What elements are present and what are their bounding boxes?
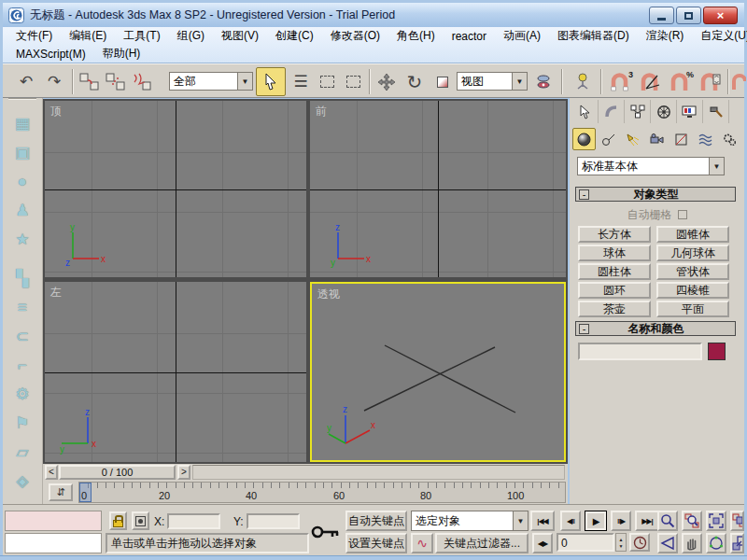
chevron-down-icon[interactable]: ▼ bbox=[513, 511, 528, 530]
object-type-button-1[interactable]: 圆锥体 bbox=[656, 226, 729, 243]
elbow-icon[interactable]: ⌐ bbox=[18, 357, 27, 374]
mini-curve-editor-button[interactable]: ⇵ bbox=[49, 483, 73, 501]
chevron-down-icon[interactable]: ▼ bbox=[709, 158, 724, 175]
window-crossing-toggle[interactable] bbox=[341, 70, 365, 93]
menu-item-7[interactable]: 角色(H) bbox=[388, 28, 444, 44]
spinner-top-icon[interactable]: ♟ bbox=[15, 203, 29, 219]
clipped-toolbar-icon[interactable] bbox=[731, 70, 746, 93]
tab-utilities[interactable] bbox=[703, 100, 729, 123]
object-type-button-5[interactable]: 管状体 bbox=[656, 263, 729, 280]
object-color-swatch[interactable] bbox=[708, 343, 726, 360]
object-category-dropdown[interactable]: 标准基本体 ▼ bbox=[577, 157, 725, 175]
play-button[interactable]: ▶ bbox=[585, 511, 607, 531]
select-and-link-icon[interactable] bbox=[78, 70, 102, 93]
tab-create[interactable] bbox=[572, 100, 599, 123]
rollout-object-type[interactable]: - 对象类型 bbox=[575, 187, 736, 202]
percent-snap-toggle-button[interactable]: % bbox=[666, 70, 694, 93]
category-helpers[interactable] bbox=[669, 128, 693, 150]
menu-item-3[interactable]: 组(G) bbox=[169, 28, 213, 44]
maxscript-mini-listener[interactable] bbox=[5, 533, 102, 553]
min-max-toggle-button[interactable] bbox=[730, 533, 744, 553]
object-type-button-3[interactable]: 几何球体 bbox=[656, 245, 729, 261]
object-type-button-0[interactable]: 长方体 bbox=[578, 226, 651, 243]
category-lights[interactable] bbox=[621, 128, 644, 150]
zoom-extents-button[interactable] bbox=[706, 511, 726, 531]
menu-item-r2-0[interactable]: MAXScript(M) bbox=[7, 48, 94, 61]
tab-display[interactable] bbox=[677, 100, 703, 123]
tab-motion[interactable] bbox=[651, 100, 677, 123]
menu-item-r2-1[interactable]: 帮助(H) bbox=[94, 46, 149, 62]
autogrid-checkbox[interactable] bbox=[678, 210, 687, 219]
category-geometry[interactable] bbox=[572, 128, 596, 150]
break-icon[interactable]: ◈ bbox=[16, 473, 28, 490]
bind-to-spacewarp-icon[interactable] bbox=[130, 70, 154, 93]
menu-item-6[interactable]: 修改器(O) bbox=[322, 28, 388, 44]
car-icon[interactable]: ▱ bbox=[16, 444, 28, 461]
tab-hierarchy[interactable] bbox=[625, 100, 651, 123]
time-slider[interactable]: 0 / 100 bbox=[59, 465, 176, 480]
time-slider-track[interactable] bbox=[192, 465, 565, 480]
shirt-icon[interactable]: ▣ bbox=[15, 145, 30, 161]
rectangular-selection-region-button[interactable] bbox=[315, 70, 339, 93]
viewport-left[interactable]: 左 z y x bbox=[45, 282, 306, 462]
menu-item-9[interactable]: 动画(A) bbox=[495, 28, 549, 44]
select-and-move-button[interactable] bbox=[374, 70, 399, 93]
category-systems[interactable] bbox=[718, 128, 741, 150]
track-bar-ruler[interactable]: 020406080100 bbox=[78, 482, 566, 503]
key-curve-icon-button[interactable]: ∿ bbox=[411, 533, 433, 553]
object-type-button-9[interactable]: 平面 bbox=[656, 301, 729, 317]
use-center-flyout-button[interactable] bbox=[531, 70, 556, 93]
chevron-down-icon[interactable]: ▼ bbox=[237, 73, 252, 90]
category-shapes[interactable] bbox=[597, 128, 620, 150]
object-type-button-2[interactable]: 球体 bbox=[578, 245, 651, 261]
key-filters-button[interactable]: 关键点过滤器... bbox=[435, 533, 529, 553]
auto-key-button[interactable]: 自动关键点 bbox=[345, 511, 407, 531]
snap-toggle-button[interactable]: 3 bbox=[606, 70, 634, 93]
title-bar[interactable]: 无标题 - Autodesk 3ds Max 8 SP2 - Unregiste… bbox=[3, 3, 744, 27]
go-to-end-button[interactable]: ▶▶| bbox=[635, 511, 659, 531]
spring-icon[interactable]: ≡ bbox=[18, 300, 27, 316]
select-object-button[interactable] bbox=[256, 67, 286, 96]
selection-set-dropdown[interactable]: 选定对象 ▼ bbox=[411, 511, 529, 531]
current-frame-input[interactable]: 0 bbox=[557, 533, 614, 552]
selection-lock-toggle[interactable] bbox=[109, 511, 127, 530]
zoom-all-button[interactable] bbox=[682, 511, 702, 531]
y-coordinate-input[interactable] bbox=[247, 513, 300, 529]
viewport-front[interactable]: 前 z x y bbox=[310, 101, 566, 277]
arc-rotate-button[interactable] bbox=[706, 533, 726, 553]
menu-item-1[interactable]: 编辑(E) bbox=[61, 28, 115, 44]
absolute-offset-toggle[interactable] bbox=[132, 511, 149, 530]
checker-icon[interactable]: ▚ bbox=[16, 271, 28, 287]
time-slider-next-button[interactable]: > bbox=[177, 465, 190, 480]
spinner-snap-toggle-button[interactable] bbox=[696, 70, 724, 93]
category-spacewarps[interactable] bbox=[694, 128, 717, 150]
menu-item-11[interactable]: 渲染(R) bbox=[638, 28, 693, 44]
set-key-mode-button[interactable]: 设置关键点 bbox=[345, 533, 407, 553]
weathervane-icon[interactable]: ⚑ bbox=[15, 415, 29, 432]
viewport-perspective-active[interactable]: 透视 z x y bbox=[310, 282, 566, 462]
viewport-top[interactable]: 顶 y x z bbox=[45, 101, 306, 277]
x-coordinate-input[interactable] bbox=[167, 513, 220, 529]
object-type-button-7[interactable]: 四棱锥 bbox=[656, 282, 729, 299]
selection-filter-dropdown[interactable]: 全部 ▼ bbox=[169, 72, 253, 91]
field-of-view-button[interactable] bbox=[657, 533, 678, 553]
zoom-button[interactable] bbox=[657, 511, 678, 531]
collapse-icon[interactable]: - bbox=[579, 189, 589, 200]
next-frame-button[interactable]: ‖▶ bbox=[611, 511, 631, 531]
menu-item-8[interactable]: reactor bbox=[444, 30, 495, 43]
star-icon[interactable]: ★ bbox=[15, 231, 29, 248]
undo-button[interactable]: ↶ bbox=[14, 70, 38, 93]
menu-item-4[interactable]: 视图(V) bbox=[213, 28, 267, 44]
set-key-big-button[interactable] bbox=[308, 511, 344, 553]
collapse-icon[interactable]: - bbox=[579, 324, 589, 334]
maxscript-mini-recorder[interactable] bbox=[5, 511, 102, 531]
zoom-extents-all-button[interactable] bbox=[730, 511, 744, 531]
select-and-rotate-button[interactable]: ↻ bbox=[402, 70, 427, 93]
object-type-button-4[interactable]: 圆柱体 bbox=[578, 263, 651, 280]
object-type-button-8[interactable]: 茶壶 bbox=[578, 301, 651, 317]
previous-frame-button[interactable]: ◀‖ bbox=[560, 511, 581, 531]
unlink-selection-icon[interactable] bbox=[104, 70, 128, 93]
select-and-manipulate-button[interactable] bbox=[571, 70, 595, 93]
frame-spinner[interactable]: ▲▼ bbox=[615, 533, 627, 552]
category-cameras[interactable] bbox=[645, 128, 669, 150]
